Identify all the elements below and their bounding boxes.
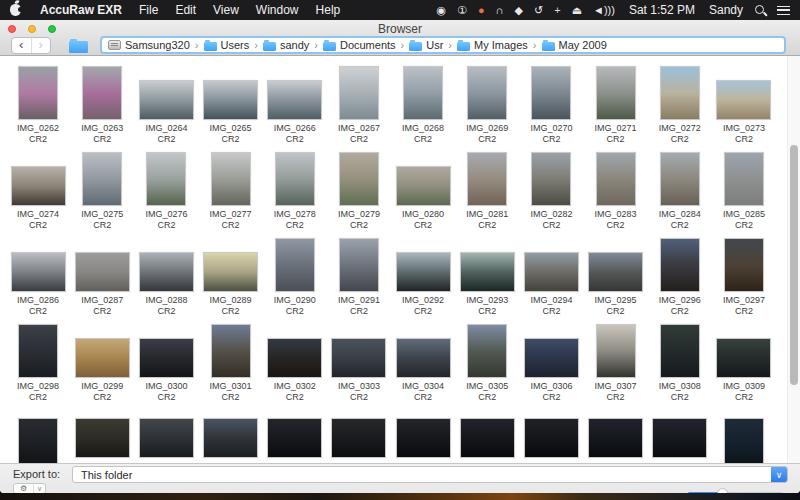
photo-thumbnail[interactable] bbox=[660, 238, 700, 292]
thumbnail-item[interactable]: IMG_0267CR2 bbox=[327, 62, 391, 148]
photo-thumbnail[interactable] bbox=[724, 238, 764, 292]
thumbnail-item[interactable]: IMG_0284CR2 bbox=[648, 148, 712, 234]
photo-thumbnail[interactable] bbox=[524, 418, 579, 458]
thumbnail-item[interactable]: IMG_0304CR2 bbox=[391, 320, 455, 406]
thumbnail-item[interactable]: IMG_0301CR2 bbox=[198, 320, 262, 406]
thumbnail-item[interactable]: IMG_0280CR2 bbox=[391, 148, 455, 234]
breadcrumb-item[interactable]: Usr bbox=[409, 39, 443, 51]
thumbnail-item[interactable] bbox=[519, 418, 583, 463]
breadcrumb-item[interactable]: sandy bbox=[263, 39, 309, 51]
thumbnail-item[interactable]: IMG_0293CR2 bbox=[455, 234, 519, 320]
thumbnail-item[interactable]: IMG_0287CR2 bbox=[70, 234, 134, 320]
thumbnail-item[interactable]: IMG_0265CR2 bbox=[198, 62, 262, 148]
photo-thumbnail[interactable] bbox=[139, 338, 194, 378]
forward-button[interactable]: › bbox=[31, 38, 51, 53]
minimize-button[interactable] bbox=[28, 25, 36, 33]
menu-item-view[interactable]: View bbox=[213, 3, 239, 17]
thumbnail-item[interactable] bbox=[391, 418, 455, 463]
photo-thumbnail[interactable] bbox=[467, 324, 507, 378]
photo-thumbnail[interactable] bbox=[139, 80, 194, 120]
zoom-button[interactable] bbox=[48, 25, 56, 33]
thumbnail-item[interactable]: IMG_0281CR2 bbox=[455, 148, 519, 234]
thumbnail-item[interactable]: IMG_0266CR2 bbox=[263, 62, 327, 148]
photo-thumbnail[interactable] bbox=[467, 152, 507, 206]
thumbnail-item[interactable]: IMG_0294CR2 bbox=[519, 234, 583, 320]
photo-thumbnail[interactable] bbox=[82, 66, 122, 120]
photo-thumbnail[interactable] bbox=[460, 418, 515, 458]
photo-thumbnail[interactable] bbox=[18, 66, 58, 120]
photo-thumbnail[interactable] bbox=[82, 152, 122, 206]
breadcrumb-item[interactable]: Documents bbox=[323, 39, 396, 51]
thumbnail-item[interactable] bbox=[648, 418, 712, 463]
orange-app-icon[interactable]: ● bbox=[478, 5, 485, 16]
notification-center-icon[interactable] bbox=[777, 6, 790, 15]
thumbnail-item[interactable]: IMG_0299CR2 bbox=[70, 320, 134, 406]
photo-thumbnail[interactable] bbox=[203, 252, 258, 292]
thumbnail-item[interactable] bbox=[712, 418, 776, 463]
thumbnail-item[interactable]: IMG_0269CR2 bbox=[455, 62, 519, 148]
photo-thumbnail[interactable] bbox=[467, 66, 507, 120]
photo-thumbnail[interactable] bbox=[396, 418, 451, 458]
photo-thumbnail[interactable] bbox=[211, 152, 251, 206]
title-bar[interactable]: Browser bbox=[0, 20, 800, 37]
circled-one-icon[interactable]: ① bbox=[457, 5, 467, 16]
headphones-icon[interactable]: ∩ bbox=[496, 5, 504, 16]
photo-thumbnail[interactable] bbox=[531, 66, 571, 120]
menu-user[interactable]: Sandy bbox=[709, 3, 743, 17]
photo-thumbnail[interactable] bbox=[11, 252, 66, 292]
choose-folder-button[interactable] bbox=[64, 38, 92, 54]
photo-thumbnail[interactable] bbox=[203, 418, 258, 458]
thumbnail-item[interactable]: IMG_0274CR2 bbox=[6, 148, 70, 234]
thumbnail-item[interactable]: IMG_0277CR2 bbox=[198, 148, 262, 234]
thumbnail-item[interactable]: IMG_0302CR2 bbox=[263, 320, 327, 406]
photo-thumbnail[interactable] bbox=[588, 418, 643, 458]
photo-thumbnail[interactable] bbox=[396, 252, 451, 292]
photo-thumbnail[interactable] bbox=[203, 80, 258, 120]
photo-thumbnail[interactable] bbox=[267, 418, 322, 458]
thumbnail-item[interactable]: IMG_0268CR2 bbox=[391, 62, 455, 148]
menu-clock[interactable]: Sat 1:52 PM bbox=[629, 3, 695, 17]
menu-item-help[interactable]: Help bbox=[316, 3, 341, 17]
thumbnail-item[interactable]: IMG_0262CR2 bbox=[6, 62, 70, 148]
photo-thumbnail[interactable] bbox=[724, 152, 764, 206]
scrollbar-thumb[interactable] bbox=[790, 145, 798, 385]
thumbnail-item[interactable] bbox=[263, 418, 327, 463]
back-button[interactable]: ‹ bbox=[12, 38, 31, 53]
volume-icon[interactable]: ◄))) bbox=[593, 5, 615, 16]
chevron-down-icon[interactable]: ∨ bbox=[771, 467, 787, 482]
thumbnail-item[interactable]: IMG_0296CR2 bbox=[648, 234, 712, 320]
thumbnail-item[interactable]: IMG_0271CR2 bbox=[583, 62, 647, 148]
export-destination-select[interactable]: This folder ∨ bbox=[72, 466, 788, 483]
menu-item-window[interactable]: Window bbox=[256, 3, 299, 17]
thumbnail-item[interactable]: IMG_0295CR2 bbox=[583, 234, 647, 320]
photo-thumbnail[interactable] bbox=[267, 80, 322, 120]
thumbnail-item[interactable]: IMG_0306CR2 bbox=[519, 320, 583, 406]
thumbnail-item[interactable]: IMG_0278CR2 bbox=[263, 148, 327, 234]
thumbnail-item[interactable]: IMG_0285CR2 bbox=[712, 148, 776, 234]
apple-menu-icon[interactable] bbox=[10, 4, 21, 16]
action-gear-button[interactable]: ⚙ ∨ bbox=[13, 483, 46, 493]
breadcrumb-item[interactable]: Users bbox=[204, 39, 250, 51]
dropbox-icon[interactable]: ◆ bbox=[515, 5, 523, 16]
photo-thumbnail[interactable] bbox=[339, 66, 379, 120]
photo-thumbnail[interactable] bbox=[339, 238, 379, 292]
photo-thumbnail[interactable] bbox=[331, 418, 386, 458]
photo-thumbnail[interactable] bbox=[403, 66, 443, 120]
thumbnail-item[interactable]: IMG_0307CR2 bbox=[583, 320, 647, 406]
photo-thumbnail[interactable] bbox=[716, 338, 771, 378]
photo-thumbnail[interactable] bbox=[716, 80, 771, 120]
photo-thumbnail[interactable] bbox=[588, 252, 643, 292]
thumbnail-item[interactable]: IMG_0288CR2 bbox=[134, 234, 198, 320]
thumbnail-item[interactable]: IMG_0263CR2 bbox=[70, 62, 134, 148]
photo-thumbnail[interactable] bbox=[652, 418, 707, 458]
thumbnail-item[interactable] bbox=[70, 418, 134, 463]
thumbnail-item[interactable]: IMG_0289CR2 bbox=[198, 234, 262, 320]
thumbnail-item[interactable] bbox=[198, 418, 262, 463]
thumbnail-item[interactable]: IMG_0272CR2 bbox=[648, 62, 712, 148]
photo-thumbnail[interactable] bbox=[724, 418, 764, 463]
thumbnail-item[interactable]: IMG_0275CR2 bbox=[70, 148, 134, 234]
menu-item-edit[interactable]: Edit bbox=[175, 3, 196, 17]
photo-thumbnail[interactable] bbox=[531, 152, 571, 206]
photo-thumbnail[interactable] bbox=[596, 324, 636, 378]
photo-thumbnail[interactable] bbox=[524, 252, 579, 292]
